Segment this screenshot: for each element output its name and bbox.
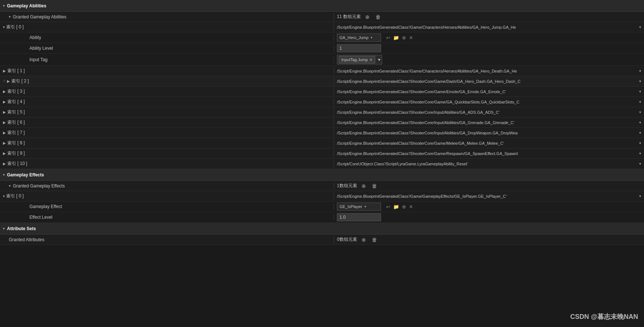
idx7-toggle[interactable]: ▶ [3, 131, 6, 135]
idx9-label: 索引 [ 9 ] [7, 150, 25, 157]
ability-index-9-right: /Script/Engine.BlueprintGeneratedClass'/… [334, 150, 644, 157]
idx10-chevron[interactable]: ▾ [639, 162, 641, 166]
granted-effects-toggle[interactable]: ▾ [9, 184, 11, 188]
gameplay-effect-prop-label: Gameplay Effect [29, 204, 62, 209]
ability-level-prop-row: Ability Level [0, 43, 644, 54]
idx4-label: 索引 [ 4 ] [7, 99, 25, 105]
idx5-path: /Script/Engine.BlueprintGeneratedClass'/… [337, 110, 635, 115]
eff-idx0-toggle[interactable]: ▾ [3, 194, 5, 198]
abilities-count: 11 数组元素 [337, 14, 361, 20]
ability-index-0-left: ▾ 索引 [ 0 ] [0, 23, 334, 31]
effect-dropdown-value: GE_IsPlayer [339, 204, 362, 209]
idx6-chevron[interactable]: ▾ [639, 120, 641, 124]
idx1-chevron[interactable]: ▾ [639, 69, 641, 73]
idx6-toggle[interactable]: ▶ [3, 120, 6, 124]
drag-handle-icon[interactable]: ⠿ [3, 79, 6, 83]
idx1-toggle[interactable]: ▶ [3, 69, 6, 73]
idx5-chevron[interactable]: ▾ [639, 110, 641, 114]
idx0-chevron[interactable]: ▾ [639, 25, 641, 29]
granted-abilities-label: Granted Gameplay Abilities [13, 14, 66, 20]
effect-dropdown[interactable]: GE_IsPlayer ▾ [337, 203, 381, 211]
idx8-toggle[interactable]: ▶ [3, 141, 6, 145]
idx6-label: 索引 [ 6 ] [7, 119, 25, 126]
idx3-chevron[interactable]: ▾ [639, 89, 641, 94]
gameplay-effects-toggle[interactable]: ▾ [3, 173, 5, 177]
ability-index-9-left: ▶ 索引 [ 9 ] [0, 149, 334, 158]
ability-clear-icon[interactable]: ✕ [408, 34, 414, 41]
idx7-chevron[interactable]: ▾ [639, 131, 641, 135]
add-effect-button[interactable]: ⊕ [360, 182, 367, 190]
ability-index-3-right: /Script/Engine.BlueprintGeneratedClass'/… [334, 88, 644, 95]
ability-index-5-right: /Script/Engine.BlueprintGeneratedClass'/… [334, 109, 644, 116]
input-tag-remove[interactable]: ✕ [369, 57, 373, 62]
effect-use-icon[interactable]: ⊕ [401, 203, 407, 210]
granted-abilities-right: 11 数组元素 ⊕ 🗑 [334, 12, 644, 22]
idx2-toggle[interactable]: ▶ [7, 79, 10, 83]
granted-abilities-row: ▾ Granted Gameplay Abilities 11 数组元素 ⊕ 🗑 [0, 12, 644, 22]
ability-index-6-left: ▶ 索引 [ 6 ] [0, 118, 334, 127]
attributes-actions: ⊕ 🗑 [360, 236, 378, 243]
granted-effects-left: ▾ Granted Gameplay Effects [0, 182, 334, 190]
effect-index-0-right: /Script/Engine.BlueprintGeneratedClass'/… [334, 193, 644, 200]
idx0-toggle[interactable]: ▾ [3, 25, 5, 29]
delete-attribute-button[interactable]: 🗑 [370, 236, 378, 243]
delete-ability-button[interactable]: 🗑 [374, 13, 382, 21]
ability-index-3-row: ▶ 索引 [ 3 ] /Script/Engine.BlueprintGener… [0, 87, 644, 97]
input-tag-container[interactable]: InputTag.Jump ✕ ▾ [337, 55, 382, 64]
ability-dropdown-value: GA_Hero_Jump [339, 35, 369, 40]
gameplay-abilities-toggle[interactable]: ▾ [3, 4, 5, 8]
idx5-label: 索引 [ 5 ] [7, 109, 25, 115]
idx10-toggle[interactable]: ▶ [3, 162, 6, 166]
ability-index-3-left: ▶ 索引 [ 3 ] [0, 87, 334, 96]
eff-idx0-chevron[interactable]: ▾ [639, 194, 641, 198]
abilities-actions: ⊕ 🗑 [364, 13, 382, 21]
effect-level-input[interactable] [337, 213, 381, 221]
idx4-toggle[interactable]: ▶ [3, 100, 6, 104]
ability-dropdown[interactable]: GA_Hero_Jump ▾ [337, 34, 381, 42]
ability-reset-icon[interactable]: ↩ [385, 34, 391, 41]
attribute-sets-label: Attribute Sets [7, 226, 36, 231]
granted-abilities-toggle[interactable]: ▾ [9, 15, 11, 19]
ability-index-6-row: ▶ 索引 [ 6 ] /Script/Engine.BlueprintGener… [0, 117, 644, 128]
granted-attributes-row: Granted Attributes 0数组元素 ⊕ 🗑 [0, 235, 644, 245]
idx3-path: /Script/Engine.BlueprintGeneratedClass'/… [337, 89, 635, 94]
effect-level-prop-row: Effect Level [0, 212, 644, 223]
ability-index-4-left: ▶ 索引 [ 4 ] [0, 98, 334, 106]
ability-index-2-right: /Script/Engine.BlueprintGeneratedClass'/… [334, 78, 644, 85]
ability-index-10-right: /Script/CoreUObject.Class'/Script/LyraGa… [334, 161, 644, 167]
ability-browse-icon[interactable]: 📁 [392, 34, 400, 41]
idx5-toggle[interactable]: ▶ [3, 110, 6, 114]
attributes-count: 0数组元素 [337, 236, 357, 243]
input-tag-value: InputTag.Jump [341, 57, 368, 62]
idx2-chevron[interactable]: ▾ [639, 79, 641, 83]
granted-effects-label: Granted Gameplay Effects [13, 183, 65, 189]
effect-reset-icon[interactable]: ↩ [385, 203, 391, 210]
ability-index-7-right: /Script/Engine.BlueprintGeneratedClass'/… [334, 130, 644, 136]
idx8-chevron[interactable]: ▾ [639, 141, 641, 145]
ability-index-5-left: ▶ 索引 [ 5 ] [0, 108, 334, 116]
idx4-chevron[interactable]: ▾ [639, 100, 641, 104]
effect-clear-icon[interactable]: ✕ [408, 203, 414, 210]
ability-use-icon[interactable]: ⊕ [401, 34, 407, 41]
ability-level-input[interactable] [337, 44, 381, 52]
effect-level-left: Effect Level [0, 214, 334, 221]
effect-index-0-left: ▾ 索引 [ 0 ] [0, 192, 334, 200]
ability-index-0-row: ▾ 索引 [ 0 ] /Script/Engine.BlueprintGener… [0, 22, 644, 32]
ability-prop-right: GA_Hero_Jump ▾ ↩ 📁 ⊕ ✕ [334, 32, 644, 43]
ability-index-7-left: ▶ 索引 [ 7 ] [0, 129, 334, 137]
ability-prop-row: Ability GA_Hero_Jump ▾ ↩ 📁 ⊕ ✕ [0, 32, 644, 43]
idx9-chevron[interactable]: ▾ [639, 151, 641, 155]
input-tag-left: Input Tag [0, 56, 334, 63]
ability-level-left: Ability Level [0, 45, 334, 52]
add-attribute-button[interactable]: ⊕ [360, 236, 367, 243]
input-tag-dropdown-arrow[interactable]: ▾ [378, 57, 380, 62]
effect-index-0-row: ▾ 索引 [ 0 ] /Script/Engine.BlueprintGener… [0, 191, 644, 201]
idx3-toggle[interactable]: ▶ [3, 89, 6, 94]
add-ability-button[interactable]: ⊕ [364, 13, 371, 21]
effect-browse-icon[interactable]: 📁 [392, 203, 400, 210]
idx9-toggle[interactable]: ▶ [3, 151, 6, 155]
delete-effect-button[interactable]: 🗑 [370, 182, 378, 190]
ability-index-10-row: ▶ 索引 [ 10 ] /Script/CoreUObject.Class'/S… [0, 159, 644, 169]
granted-attributes-left: Granted Attributes [0, 236, 334, 243]
attribute-sets-toggle[interactable]: ▾ [3, 226, 5, 231]
